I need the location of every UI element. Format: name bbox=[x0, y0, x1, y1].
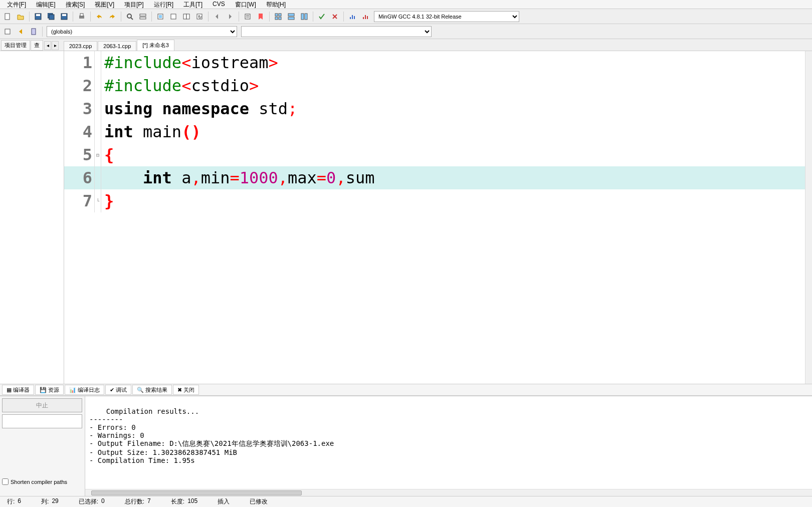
line-number: 4 bbox=[64, 122, 94, 141]
save-icon[interactable] bbox=[33, 11, 44, 22]
side-tab-left-arrow[interactable]: ◂ bbox=[44, 41, 51, 50]
bottom-tab-compiler[interactable]: ▦编译器 bbox=[2, 385, 34, 395]
print-icon[interactable] bbox=[76, 11, 87, 22]
check-icon[interactable] bbox=[316, 11, 327, 22]
svg-rect-8 bbox=[80, 14, 83, 16]
code-editor[interactable]: 1#include<iostream>2#include<cstdio>3usi… bbox=[64, 51, 812, 384]
find-icon[interactable] bbox=[124, 11, 135, 22]
save-all-icon[interactable] bbox=[46, 11, 57, 22]
delete-profile-icon[interactable] bbox=[360, 11, 371, 22]
line-number: 1 bbox=[64, 53, 94, 72]
code-line-6[interactable]: 6 int a,min=1000,max=0,sum bbox=[64, 166, 812, 189]
member-select[interactable] bbox=[241, 26, 432, 37]
compile-icon[interactable] bbox=[155, 11, 166, 22]
code-line-4[interactable]: 4int main() bbox=[64, 120, 812, 143]
compile-hscrollbar[interactable] bbox=[85, 489, 812, 496]
file-tab-2[interactable]: [*] 未命名3 bbox=[137, 40, 174, 51]
layout2-icon[interactable] bbox=[286, 11, 297, 22]
code-text[interactable]: using namespace std; bbox=[101, 97, 297, 120]
code-text[interactable]: { bbox=[101, 143, 114, 166]
svg-line-10 bbox=[131, 18, 133, 20]
new-project-icon[interactable] bbox=[2, 26, 13, 37]
disk-icon: 💾 bbox=[40, 387, 47, 393]
menu-view[interactable]: 视图[V] bbox=[90, 1, 119, 8]
replace-icon[interactable] bbox=[137, 11, 148, 22]
bottom-tab-close[interactable]: ✖关闭 bbox=[173, 385, 199, 395]
code-line-1[interactable]: 1#include<iostream> bbox=[64, 51, 812, 74]
side-tab-view[interactable]: 查 bbox=[31, 40, 43, 51]
fold-marker[interactable]: └ bbox=[94, 189, 101, 212]
status-modified: 已修改 bbox=[245, 497, 273, 506]
fold-marker bbox=[94, 97, 101, 120]
shorten-paths-input[interactable] bbox=[2, 478, 9, 485]
menu-tools[interactable]: 工具[T] bbox=[178, 1, 208, 8]
menu-edit[interactable]: 编辑[E] bbox=[31, 1, 61, 8]
code-line-5[interactable]: 5⊟{ bbox=[64, 143, 812, 166]
code-line-7[interactable]: 7└} bbox=[64, 189, 812, 212]
bottom-tab-resources[interactable]: 💾资源 bbox=[35, 385, 64, 395]
code-text[interactable]: int a,min=1000,max=0,sum bbox=[101, 166, 374, 189]
code-line-2[interactable]: 2#include<cstdio> bbox=[64, 74, 812, 97]
code-text[interactable]: #include<cstdio> bbox=[101, 74, 259, 97]
bookmark-icon[interactable] bbox=[255, 11, 266, 22]
menu-file[interactable]: 文件[F] bbox=[2, 1, 31, 8]
undo-icon[interactable] bbox=[94, 11, 105, 22]
fold-marker bbox=[94, 74, 101, 97]
svg-rect-24 bbox=[279, 14, 281, 16]
fold-marker[interactable]: ⊟ bbox=[94, 143, 101, 166]
new-file-icon[interactable] bbox=[2, 11, 13, 22]
main-area: 1#include<iostream>2#include<cstdio>3usi… bbox=[0, 51, 812, 384]
menu-project[interactable]: 项目[P] bbox=[119, 1, 149, 8]
goto-line-icon[interactable] bbox=[242, 11, 253, 22]
class-icon[interactable] bbox=[28, 26, 39, 37]
compile-output[interactable]: Compilation results... -------- - Errors… bbox=[85, 396, 812, 496]
fold-marker bbox=[94, 120, 101, 143]
open-file-icon[interactable] bbox=[15, 11, 26, 22]
line-number: 3 bbox=[64, 99, 94, 118]
file-tab-1[interactable]: 2063-1.cpp bbox=[98, 41, 136, 51]
scope-select[interactable]: (globals) bbox=[47, 26, 237, 37]
compile-input-field[interactable] bbox=[2, 414, 82, 428]
menu-bar: 文件[F] 编辑[E] 搜索[S] 视图[V] 项目[P] 运行[R] 工具[T… bbox=[0, 0, 812, 9]
svg-rect-17 bbox=[186, 14, 189, 19]
run-icon[interactable] bbox=[168, 11, 179, 22]
chart-icon: 📊 bbox=[69, 387, 76, 393]
stop-icon[interactable] bbox=[329, 11, 340, 22]
save-as-icon[interactable] bbox=[59, 11, 70, 22]
file-tab-0[interactable]: 2023.cpp bbox=[64, 41, 97, 51]
side-tab-project[interactable]: 项目管理 bbox=[1, 40, 30, 51]
bottom-tab-debug[interactable]: ✔调试 bbox=[105, 385, 131, 395]
bottom-tab-compilelog[interactable]: 📊编译日志 bbox=[65, 385, 104, 395]
layout1-icon[interactable] bbox=[273, 11, 284, 22]
project-sidebar[interactable] bbox=[0, 51, 64, 384]
shorten-paths-checkbox[interactable]: Shorten compiler paths bbox=[2, 478, 83, 485]
svg-rect-12 bbox=[140, 17, 146, 19]
compile-run-icon[interactable] bbox=[181, 11, 192, 22]
code-line-3[interactable]: 3using namespace std; bbox=[64, 97, 812, 120]
stop-compile-button[interactable]: 中止 bbox=[2, 398, 82, 412]
svg-rect-40 bbox=[32, 29, 36, 35]
status-col: 列:29 bbox=[36, 497, 64, 506]
back-icon[interactable] bbox=[212, 11, 223, 22]
code-text[interactable]: #include<iostream> bbox=[101, 51, 278, 74]
menu-help[interactable]: 帮助[H] bbox=[261, 1, 291, 8]
bottom-tab-search[interactable]: 🔍搜索结果 bbox=[132, 385, 172, 395]
compiler-select[interactable]: MinGW GCC 4.8.1 32-bit Release bbox=[374, 11, 519, 22]
menu-search[interactable]: 搜索[S] bbox=[61, 1, 90, 8]
editor-vscrollbar[interactable] bbox=[805, 51, 812, 384]
svg-rect-27 bbox=[288, 14, 294, 16]
rebuild-icon[interactable]: ↻ bbox=[194, 11, 205, 22]
menu-window[interactable]: 窗口[W] bbox=[230, 1, 261, 8]
code-text[interactable]: } bbox=[101, 189, 114, 212]
menu-cvs[interactable]: CVS bbox=[208, 1, 230, 8]
code-text[interactable]: int main() bbox=[101, 120, 201, 143]
layout3-icon[interactable] bbox=[299, 11, 310, 22]
side-tab-right-arrow[interactable]: ▸ bbox=[52, 41, 59, 50]
menu-run[interactable]: 运行[R] bbox=[149, 1, 178, 8]
insert-icon[interactable] bbox=[15, 26, 26, 37]
redo-icon[interactable] bbox=[107, 11, 118, 22]
svg-rect-29 bbox=[301, 14, 304, 20]
forward-icon[interactable] bbox=[225, 11, 236, 22]
profile-icon[interactable] bbox=[347, 11, 358, 22]
svg-rect-38 bbox=[367, 16, 368, 19]
